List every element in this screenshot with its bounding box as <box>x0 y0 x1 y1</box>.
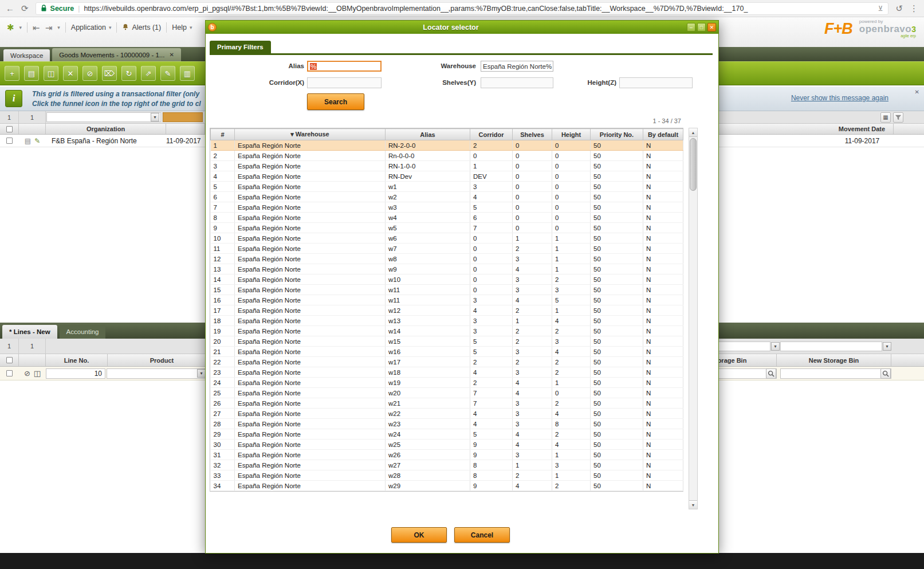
filter-dropdown-icon[interactable]: ▾ <box>151 113 159 121</box>
table-row[interactable]: 26España Región Nortew2173250N <box>211 398 683 409</box>
new-storage-bin-search-icon[interactable] <box>880 368 891 379</box>
ok-button[interactable]: OK <box>391 527 447 543</box>
table-row[interactable]: 31España Región Nortew2693150N <box>211 450 683 460</box>
table-row[interactable]: 7España Región Nortew350050N <box>211 202 683 213</box>
minimize-button[interactable]: – <box>687 23 695 32</box>
save-icon[interactable]: ◫ <box>44 66 58 81</box>
new-storage-bin-filter-input[interactable] <box>780 342 882 351</box>
column-header-new-storage-bin[interactable]: New Storage Bin <box>777 354 891 366</box>
application-menu[interactable]: Application ▾ <box>71 23 112 32</box>
column-header[interactable]: # <box>211 129 235 140</box>
history-icon[interactable]: ↺ <box>895 4 903 13</box>
nav-caret-icon[interactable]: ▾ <box>57 25 60 30</box>
workspace-star-icon[interactable]: ✱ <box>7 22 14 33</box>
cancel-icon[interactable]: ⊘ <box>82 66 97 81</box>
table-row[interactable]: 2España Región NorteRn-0-0-000050N <box>211 151 683 161</box>
cancel-row-icon[interactable]: ⊘ <box>24 369 30 378</box>
row-checkbox[interactable] <box>6 138 13 144</box>
table-row[interactable]: 18España Región Nortew1331450N <box>211 316 683 326</box>
tab-goods-movements[interactable]: Goods Movements - 10000009 - 1... ✕ <box>52 48 181 61</box>
new-record-icon[interactable]: + <box>5 66 19 81</box>
table-row[interactable]: 32España Región Nortew2781350N <box>211 460 683 470</box>
maximize-button[interactable]: □ <box>697 23 706 32</box>
edit-record-icon[interactable]: ✎ <box>34 137 40 145</box>
table-row[interactable]: 1España Región NorteRN-2-0-020050N <box>211 140 683 151</box>
column-config-icon[interactable]: ▦ <box>880 112 891 123</box>
corridor-input[interactable] <box>307 77 382 88</box>
table-row[interactable]: 4España Región NorteRN-DevDEV0050N <box>211 171 683 182</box>
address-bar[interactable]: Secure | https://livebuilds.openbravo.co… <box>36 2 889 15</box>
nav-last-icon[interactable]: ⇥ <box>45 23 53 32</box>
date-filter-cell[interactable] <box>163 112 203 122</box>
form-view-icon[interactable]: ▤ <box>25 137 31 145</box>
height-input[interactable] <box>619 77 693 88</box>
tab-workspace[interactable]: Workspace <box>3 49 50 61</box>
table-row[interactable]: 24España Región Nortew1924150N <box>211 378 683 388</box>
table-row[interactable]: 13España Región Nortew904150N <box>211 264 683 274</box>
column-header-line-no[interactable]: Line No. <box>46 354 108 366</box>
delete-icon[interactable]: ⌦ <box>102 66 117 81</box>
tab-primary-filters[interactable]: Primary Filters <box>210 41 271 53</box>
search-button[interactable]: Search <box>307 93 364 110</box>
page-download-icon[interactable]: ⊻ <box>878 5 883 13</box>
table-row[interactable]: 17España Región Nortew1242150N <box>211 305 683 316</box>
select-all-checkbox[interactable] <box>6 126 13 132</box>
table-row[interactable]: 10España Región Nortew601150N <box>211 233 683 244</box>
reload-icon[interactable]: ⟳ <box>21 4 29 13</box>
product-dropdown-icon[interactable]: ▾ <box>197 369 206 378</box>
column-header-movement-date[interactable]: Movement Date <box>831 124 894 134</box>
table-row[interactable]: 34España Región Nortew2994250N <box>211 481 683 491</box>
close-button[interactable]: ✕ <box>707 23 716 32</box>
table-row[interactable]: 5España Región Nortew130050N <box>211 182 683 192</box>
dialog-titlebar[interactable]: b Locator selector – □ ✕ <box>206 21 718 34</box>
attachment-icon[interactable]: ✎ <box>160 66 175 81</box>
table-row[interactable]: 11España Región Nortew702150N <box>211 244 683 254</box>
table-row[interactable]: 23España Región Nortew1843250N <box>211 367 683 378</box>
column-header[interactable]: Alias <box>386 129 470 140</box>
cancel-button[interactable]: Cancel <box>454 527 510 543</box>
column-header[interactable]: By default <box>643 129 683 140</box>
table-row[interactable]: 28España Región Nortew2343850N <box>211 419 683 429</box>
table-row[interactable]: 27España Región Nortew2243450N <box>211 409 683 419</box>
column-header[interactable]: Corridor <box>470 129 513 140</box>
undo-icon[interactable]: ✕ <box>63 66 78 81</box>
table-row[interactable]: 16España Región Nortew1134550N <box>211 295 683 305</box>
tab-accounting[interactable]: Accounting <box>60 325 106 339</box>
table-row[interactable]: 19España Región Nortew1432250N <box>211 326 683 336</box>
table-row[interactable]: 15España Región Nortew1103350N <box>211 285 683 295</box>
table-row[interactable]: 25España Región Nortew2074050N <box>211 388 683 398</box>
table-row[interactable]: 6España Región Nortew240050N <box>211 192 683 202</box>
table-row[interactable]: 30España Región Nortew2594450N <box>211 439 683 450</box>
scrollbar-thumb[interactable] <box>690 138 697 191</box>
table-row[interactable]: 20España Región Nortew1552350N <box>211 336 683 347</box>
workspace-caret-icon[interactable]: ▾ <box>19 25 22 30</box>
table-row[interactable]: 22España Región Nortew1722250N <box>211 357 683 367</box>
grid-view-icon[interactable]: ▤ <box>24 66 39 81</box>
filter-funnel-icon[interactable] <box>893 112 903 123</box>
print-icon[interactable]: ▥ <box>180 66 195 81</box>
info-close-icon[interactable]: ✕ <box>915 89 919 95</box>
product-combo[interactable]: ▾ <box>107 368 206 379</box>
table-row[interactable]: 3España Región NorteRN-1-0-010050N <box>211 161 683 171</box>
table-row[interactable]: 29España Región Nortew2454250N <box>211 429 683 439</box>
table-row[interactable]: 9España Región Nortew570050N <box>211 223 683 233</box>
column-header[interactable]: Height <box>552 129 591 140</box>
scroll-up-icon[interactable]: ▲ <box>689 128 697 137</box>
table-row[interactable]: 8España Región Nortew460050N <box>211 213 683 223</box>
scroll-down-icon[interactable]: ▼ <box>689 500 697 509</box>
new-storage-bin-input[interactable] <box>780 368 891 379</box>
new-storage-bin-filter-dropdown-icon[interactable]: ▾ <box>883 342 891 351</box>
tab-close-icon[interactable]: ✕ <box>169 52 174 58</box>
select-all-checkbox[interactable] <box>6 357 13 363</box>
export-icon[interactable]: ⇗ <box>141 66 156 81</box>
table-row[interactable]: 12España Región Nortew803150N <box>211 254 683 264</box>
never-show-link[interactable]: Never show this message again <box>791 94 888 102</box>
refresh-icon[interactable]: ↻ <box>121 66 136 81</box>
help-menu[interactable]: Help ▾ <box>172 23 192 32</box>
alerts-menu[interactable]: Alerts (1) <box>122 23 161 32</box>
browser-menu-icon[interactable]: ⋮ <box>910 4 918 13</box>
line-no-input[interactable]: 10 <box>46 368 105 379</box>
save-row-icon[interactable]: ◫ <box>34 369 41 378</box>
shelves-input[interactable] <box>481 77 553 88</box>
table-row[interactable]: 14España Región Nortew1003250N <box>211 274 683 285</box>
